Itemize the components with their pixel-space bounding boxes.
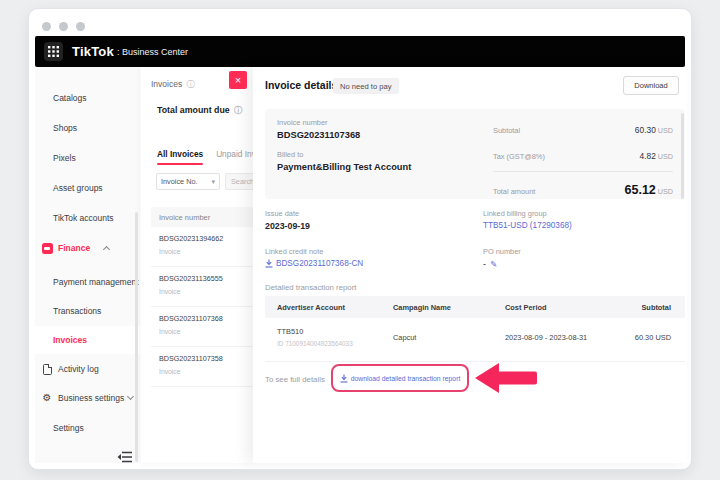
grid-icon — [48, 46, 59, 57]
tax-label: Tax (GST@8%) — [493, 152, 545, 161]
summary-divider — [493, 171, 673, 172]
caret-down-icon: ▾ — [211, 178, 215, 186]
chevron-up-icon — [103, 245, 110, 252]
invoice-type: Invoice — [159, 368, 253, 375]
total-amount-value: 65.12USD — [625, 180, 673, 198]
window-dot-icon[interactable] — [76, 22, 85, 31]
billed-to-value: Payment&Billing Test Account — [277, 162, 411, 172]
sidebar-item-label: Shops — [53, 123, 77, 133]
details-scrollbar[interactable] — [681, 113, 684, 199]
column-subtotal: Subtotal — [641, 303, 671, 312]
invoice-number: BDSG20231107358 — [159, 354, 253, 363]
no-need-to-pay-badge: No need to pay — [333, 78, 399, 94]
invoice-list-header: Invoice number — [151, 207, 253, 227]
sidebar-item-finance[interactable]: Finance — [35, 234, 140, 262]
invoice-type: Invoice — [159, 328, 253, 335]
total-amount-label: Total amount — [493, 187, 535, 196]
sidebar-item-label: Asset groups — [53, 183, 103, 193]
sidebar-item-label: Activity log — [58, 364, 99, 374]
info-icon: ⓘ — [187, 80, 195, 89]
po-number-label: PO number — [483, 247, 521, 256]
download-icon — [340, 374, 348, 383]
invoice-number-value: BDSG20231107368 — [277, 130, 411, 140]
gear-icon: ⚙ — [41, 392, 53, 404]
credit-note-link[interactable]: BDSG20231107368-CN — [265, 259, 363, 268]
invoice-filter-row: Invoice No. ▾ Search — [156, 173, 253, 190]
sidebar-item-label: Settings — [53, 423, 84, 433]
invoices-panel: Invoices ⓘ Total amount due ⓘ All Invoic… — [141, 67, 253, 463]
edit-icon[interactable]: ✎ — [490, 259, 497, 269]
close-icon: × — [235, 74, 241, 86]
sidebar-item-settings[interactable]: Settings — [35, 414, 140, 442]
po-number-value: - — [483, 259, 486, 269]
column-cost-period: Cost Period — [505, 303, 546, 312]
transaction-report-table: Advertiser Account Campagin Name Cost Pe… — [265, 296, 685, 362]
invoice-number: BDSG20231394662 — [159, 234, 253, 243]
transaction-report-section-label: Detailed transaction report — [265, 283, 356, 292]
sidebar-item-label: Transactions — [53, 306, 101, 316]
issue-date-label: Issue date — [265, 209, 310, 218]
invoice-list-item[interactable]: BDSG20231107358 Invoice — [151, 347, 253, 387]
screenshot-canvas: TikTok : Business Center Catalogs Shops … — [0, 0, 720, 480]
invoice-list: BDSG20231394662 Invoice BDSG20231136555 … — [151, 227, 253, 387]
total-amount-due-label: Total amount due ⓘ — [157, 105, 242, 116]
collapse-sidebar-icon[interactable] — [117, 450, 133, 464]
sidebar-item-shops[interactable]: Shops — [35, 114, 140, 142]
column-advertiser-account: Advertiser Account — [277, 303, 345, 312]
subtotal-value: 60.30USD — [635, 119, 673, 137]
sidebar-item-payment-management[interactable]: Payment management — [35, 268, 140, 296]
sidebar-item-label: TikTok accounts — [53, 213, 114, 223]
invoices-panel-title: Invoices ⓘ — [151, 79, 195, 90]
sidebar-item-invoices[interactable]: Invoices — [35, 326, 140, 354]
sidebar-item-label: Invoices — [53, 335, 87, 345]
info-icon: ⓘ — [234, 106, 242, 115]
invoice-list-item[interactable]: BDSG20231107368 Invoice — [151, 307, 253, 347]
sidebar-item-label: Catalogs — [53, 93, 87, 103]
window-dot-icon[interactable] — [42, 22, 51, 31]
sidebar-item-business-settings[interactable]: ⚙ Business settings — [35, 384, 140, 412]
invoice-no-dropdown[interactable]: Invoice No. ▾ — [156, 173, 220, 190]
invoice-type: Invoice — [159, 288, 253, 295]
billing-group-link[interactable]: TTB51-USD (17290368) — [483, 221, 572, 230]
column-campaign-name: Campagin Name — [393, 303, 451, 312]
sidebar-item-transactions[interactable]: Transactions — [35, 297, 140, 325]
sidebar-item-pixels[interactable]: Pixels — [35, 144, 140, 172]
sidebar-item-catalogs[interactable]: Catalogs — [35, 84, 140, 112]
report-table-header: Advertiser Account Campagin Name Cost Pe… — [265, 296, 685, 318]
invoice-search-input[interactable]: Search — [225, 173, 253, 190]
subtotal-label: Subtotal — [493, 126, 520, 135]
brand-logo[interactable]: TikTok — [72, 44, 114, 59]
close-panel-button[interactable]: × — [229, 71, 247, 89]
tax-value: 4.82USD — [640, 145, 674, 163]
download-icon — [265, 259, 273, 268]
apps-grid-button[interactable] — [44, 42, 63, 61]
window-dot-icon[interactable] — [59, 22, 68, 31]
browser-window: TikTok : Business Center Catalogs Shops … — [28, 8, 692, 470]
full-details-note: To see full details — [265, 375, 325, 384]
billed-to-label: Billed to — [277, 150, 411, 159]
invoice-number: BDSG20231107368 — [159, 314, 253, 323]
sidebar-item-activity-log[interactable]: Activity log — [35, 355, 140, 383]
document-icon — [41, 363, 53, 375]
invoice-list-item[interactable]: BDSG20231394662 Invoice — [151, 227, 253, 267]
credit-note-label: Linked credit note — [265, 247, 363, 256]
download-button[interactable]: Download — [623, 76, 679, 95]
tab-unpaid-invoices[interactable]: Unpaid Invoices — [216, 149, 253, 159]
invoice-summary-box: Invoice number BDSG20231107368 Billed to… — [265, 109, 685, 199]
report-table-row[interactable]: TTB510 ID 7100914004923564033 Capcut 202… — [265, 318, 685, 362]
window-controls — [42, 22, 85, 31]
invoice-number: BDSG20231136555 — [159, 274, 253, 283]
content-area: Catalogs Shops Pixels Asset groups TikTo… — [35, 67, 685, 463]
download-report-link[interactable]: download detailed transaction report — [340, 374, 461, 383]
active-tab-underline — [157, 163, 203, 165]
linked-billing-group-field: Linked billing group TTB51-USD (17290368… — [483, 209, 572, 230]
sidebar-item-label: Finance — [58, 243, 90, 253]
sidebar-scrollbar[interactable] — [135, 212, 138, 462]
sidebar-item-label: Payment management — [53, 277, 139, 287]
cost-period: 2023-08-09 - 2023-08-31 — [505, 333, 587, 342]
tab-all-invoices[interactable]: All Invoices — [157, 149, 203, 159]
invoice-list-item[interactable]: BDSG20231136555 Invoice — [151, 267, 253, 307]
sidebar-item-tiktok-accounts[interactable]: TikTok accounts — [35, 204, 140, 232]
advertiser-account: TTB510 — [277, 327, 303, 336]
sidebar-item-asset-groups[interactable]: Asset groups — [35, 174, 140, 202]
